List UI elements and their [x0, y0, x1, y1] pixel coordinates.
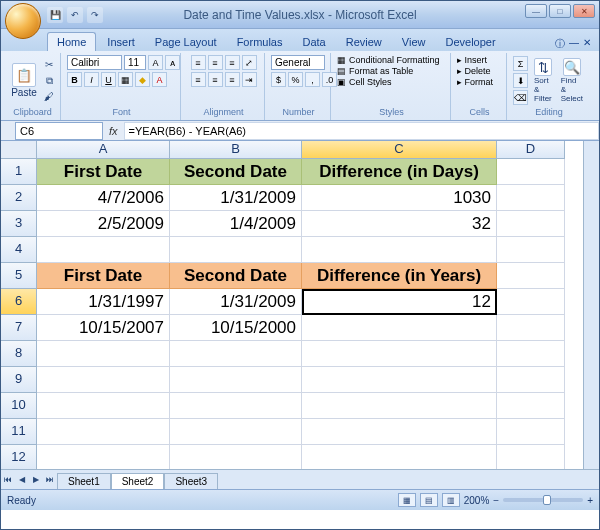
comma-icon[interactable]: ,: [305, 72, 320, 87]
currency-icon[interactable]: $: [271, 72, 286, 87]
font-color-icon[interactable]: A: [152, 72, 167, 87]
tab-formulas[interactable]: Formulas: [228, 33, 292, 51]
cell-C10[interactable]: [302, 393, 497, 419]
underline-button[interactable]: U: [101, 72, 116, 87]
align-bottom-icon[interactable]: ≡: [225, 55, 240, 70]
row-header-9[interactable]: 9: [1, 367, 37, 393]
orientation-icon[interactable]: ⤢: [242, 55, 257, 70]
cell-D5[interactable]: [497, 263, 565, 289]
name-box[interactable]: C6: [15, 122, 103, 140]
row-header-3[interactable]: 3: [1, 211, 37, 237]
horizontal-scrollbar[interactable]: [218, 470, 599, 489]
help-icon[interactable]: ⓘ: [555, 37, 565, 51]
paste-button[interactable]: 📋 Paste: [9, 61, 39, 100]
vertical-scrollbar[interactable]: [583, 141, 599, 469]
col-header-A[interactable]: A: [37, 141, 170, 159]
cell-B10[interactable]: [170, 393, 302, 419]
border-icon[interactable]: ▦: [118, 72, 133, 87]
cell-A7[interactable]: 10/15/2007: [37, 315, 170, 341]
tab-next-icon[interactable]: ▶: [29, 470, 43, 489]
maximize-button[interactable]: □: [549, 4, 571, 18]
cell-A8[interactable]: [37, 341, 170, 367]
insert-cells-button[interactable]: ▸ Insert: [457, 55, 487, 65]
cell-D9[interactable]: [497, 367, 565, 393]
zoom-in-icon[interactable]: +: [587, 495, 593, 506]
close-ribbon-icon[interactable]: ✕: [583, 37, 591, 51]
cell-C8[interactable]: [302, 341, 497, 367]
align-right-icon[interactable]: ≡: [225, 72, 240, 87]
grow-font-icon[interactable]: A: [148, 55, 163, 70]
clear-icon[interactable]: ⌫: [513, 90, 528, 105]
row-header-1[interactable]: 1: [1, 159, 37, 185]
cell-C2[interactable]: 1030: [302, 185, 497, 211]
tab-view[interactable]: View: [393, 33, 435, 51]
tab-data[interactable]: Data: [293, 33, 334, 51]
cell-B12[interactable]: [170, 445, 302, 469]
autosum-icon[interactable]: Σ: [513, 56, 528, 71]
align-top-icon[interactable]: ≡: [191, 55, 206, 70]
align-left-icon[interactable]: ≡: [191, 72, 206, 87]
cell-C9[interactable]: [302, 367, 497, 393]
minimize-button[interactable]: —: [525, 4, 547, 18]
tab-insert[interactable]: Insert: [98, 33, 144, 51]
row-header-8[interactable]: 8: [1, 341, 37, 367]
col-header-B[interactable]: B: [170, 141, 302, 159]
tab-prev-icon[interactable]: ◀: [15, 470, 29, 489]
align-center-icon[interactable]: ≡: [208, 72, 223, 87]
format-cells-button[interactable]: ▸ Format: [457, 77, 493, 87]
percent-icon[interactable]: %: [288, 72, 303, 87]
cut-icon[interactable]: ✂: [42, 58, 56, 72]
cell-A4[interactable]: [37, 237, 170, 263]
row-header-10[interactable]: 10: [1, 393, 37, 419]
font-name-select[interactable]: Calibri: [67, 55, 122, 70]
copy-icon[interactable]: ⧉: [42, 74, 56, 88]
align-middle-icon[interactable]: ≡: [208, 55, 223, 70]
delete-cells-button[interactable]: ▸ Delete: [457, 66, 491, 76]
row-header-6[interactable]: 6: [1, 289, 37, 315]
sort-filter-button[interactable]: ⇅Sort & Filter: [532, 56, 555, 105]
row-header-4[interactable]: 4: [1, 237, 37, 263]
cell-D2[interactable]: [497, 185, 565, 211]
bold-button[interactable]: B: [67, 72, 82, 87]
cell-B6[interactable]: 1/31/2009: [170, 289, 302, 315]
cell-B11[interactable]: [170, 419, 302, 445]
cell-B3[interactable]: 1/4/2009: [170, 211, 302, 237]
row-header-5[interactable]: 5: [1, 263, 37, 289]
tab-page-layout[interactable]: Page Layout: [146, 33, 226, 51]
cell-D1[interactable]: [497, 159, 565, 185]
cell-D11[interactable]: [497, 419, 565, 445]
cell-B2[interactable]: 1/31/2009: [170, 185, 302, 211]
col-header-C[interactable]: C: [302, 141, 497, 159]
page-break-view-icon[interactable]: ▥: [442, 493, 460, 507]
zoom-out-icon[interactable]: −: [493, 495, 499, 506]
cell-B4[interactable]: [170, 237, 302, 263]
find-select-button[interactable]: 🔍Find & Select: [559, 56, 585, 105]
cell-D10[interactable]: [497, 393, 565, 419]
fill-color-icon[interactable]: ◆: [135, 72, 150, 87]
cell-D4[interactable]: [497, 237, 565, 263]
cell-D7[interactable]: [497, 315, 565, 341]
cell-D8[interactable]: [497, 341, 565, 367]
col-header-D[interactable]: D: [497, 141, 565, 159]
sheet-tab-sheet3[interactable]: Sheet3: [164, 473, 218, 489]
fill-icon[interactable]: ⬇: [513, 73, 528, 88]
cell-A1[interactable]: First Date: [37, 159, 170, 185]
cell-D12[interactable]: [497, 445, 565, 469]
number-format-select[interactable]: General: [271, 55, 325, 70]
cell-B1[interactable]: Second Date: [170, 159, 302, 185]
sheet-tab-sheet1[interactable]: Sheet1: [57, 473, 111, 489]
shrink-font-icon[interactable]: ᴀ: [165, 55, 180, 70]
cell-D3[interactable]: [497, 211, 565, 237]
tab-developer[interactable]: Developer: [436, 33, 504, 51]
cell-A12[interactable]: [37, 445, 170, 469]
cell-C4[interactable]: [302, 237, 497, 263]
formula-input[interactable]: =YEAR(B6) - YEAR(A6): [124, 122, 599, 140]
indent-icon[interactable]: ⇥: [242, 72, 257, 87]
cell-C5[interactable]: Difference (in Years): [302, 263, 497, 289]
cell-A3[interactable]: 2/5/2009: [37, 211, 170, 237]
select-all-corner[interactable]: [1, 141, 37, 159]
office-button[interactable]: [5, 3, 41, 39]
cell-C11[interactable]: [302, 419, 497, 445]
cell-A2[interactable]: 4/7/2006: [37, 185, 170, 211]
cell-B9[interactable]: [170, 367, 302, 393]
